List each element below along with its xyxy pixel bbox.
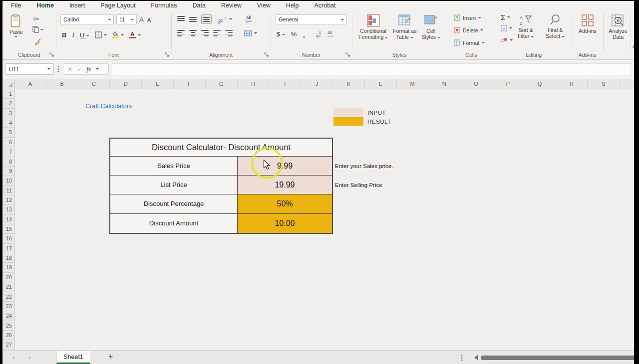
- paste-button[interactable]: Paste: [9, 14, 23, 37]
- cell-styles-button[interactable]: CellStyles: [421, 14, 440, 40]
- fill-color-button[interactable]: [112, 31, 124, 38]
- prev-sheet-icon[interactable]: ‹: [12, 354, 14, 361]
- column-header-G[interactable]: G: [206, 79, 238, 89]
- formula-bar-grip[interactable]: •••: [57, 65, 59, 73]
- comma-style-button[interactable]: ,: [303, 32, 305, 37]
- copy-button[interactable]: [32, 26, 43, 33]
- row-header-16[interactable]: 16: [2, 234, 14, 243]
- row-label-cell[interactable]: Discount Amount: [110, 214, 238, 233]
- row-label-cell[interactable]: Sales Price: [110, 157, 238, 175]
- menu-tab-help[interactable]: Help: [285, 1, 300, 11]
- formula-input[interactable]: [112, 63, 631, 75]
- row-header-17[interactable]: 17: [2, 244, 14, 253]
- column-header-J[interactable]: J: [301, 79, 333, 89]
- bold-button[interactable]: B: [62, 31, 66, 39]
- format-cells-button[interactable]: Format: [454, 39, 485, 46]
- scroll-left-icon[interactable]: [474, 355, 478, 360]
- row-header-1[interactable]: 1: [2, 89, 14, 99]
- underline-button[interactable]: U: [80, 31, 89, 39]
- row-header-7[interactable]: 7: [2, 147, 14, 157]
- analyze-data-button[interactable]: AnalyzeData: [606, 14, 630, 40]
- column-header-T[interactable]: T: [620, 79, 634, 89]
- column-header-E[interactable]: E: [142, 79, 174, 89]
- note-cell[interactable]: Enter your Sales price.: [335, 157, 393, 176]
- row-label-cell[interactable]: List Price: [110, 176, 238, 194]
- column-header-F[interactable]: F: [174, 79, 206, 89]
- merge-center-button[interactable]: [244, 30, 257, 36]
- align-right-button[interactable]: [201, 30, 209, 36]
- grow-font-button[interactable]: Aˆ: [139, 16, 145, 23]
- table-title[interactable]: Discount Calculator- Discount Amount: [110, 139, 332, 157]
- spreadsheet-grid[interactable]: Craft Calculators INPUTRESULT Discount C…: [14, 89, 634, 350]
- row-header-25[interactable]: 25: [2, 321, 14, 331]
- row-label-cell[interactable]: Discount Percentage: [110, 194, 238, 213]
- cut-button[interactable]: ✂: [33, 14, 39, 23]
- number-dialog-launcher[interactable]: [345, 52, 350, 57]
- row-value-cell-result[interactable]: 50%: [238, 194, 332, 213]
- column-header-N[interactable]: N: [428, 79, 460, 89]
- next-sheet-icon[interactable]: ›: [28, 354, 30, 361]
- row-header-14[interactable]: 14: [2, 215, 14, 224]
- column-header-Q[interactable]: Q: [524, 79, 556, 89]
- row-header-24[interactable]: 24: [2, 311, 14, 321]
- row-header-2[interactable]: 2: [2, 99, 14, 108]
- row-header-19[interactable]: 19: [2, 263, 14, 272]
- autosum-button[interactable]: Σ: [501, 13, 510, 21]
- note-cell[interactable]: Enter Selling Price: [335, 176, 393, 194]
- menu-tab-formulas[interactable]: Formulas: [150, 1, 178, 11]
- menu-tab-insert[interactable]: Insert: [68, 1, 86, 11]
- row-header-22[interactable]: 22: [2, 292, 14, 302]
- column-header-I[interactable]: I: [269, 79, 301, 89]
- column-header-C[interactable]: C: [78, 79, 110, 89]
- column-header-R[interactable]: R: [556, 79, 588, 89]
- row-header-21[interactable]: 21: [2, 282, 14, 292]
- cancel-icon[interactable]: ✕: [67, 66, 72, 73]
- italic-button[interactable]: I: [72, 31, 74, 39]
- sort-filter-button[interactable]: A Z Sort &Filter: [518, 14, 534, 39]
- increase-decimal-button[interactable]: ←0.00: [315, 31, 321, 38]
- row-header-12[interactable]: 12: [2, 195, 14, 205]
- name-box[interactable]: U11: [5, 63, 54, 75]
- row-header-4[interactable]: 4: [2, 118, 14, 128]
- row-header-15[interactable]: 15: [2, 224, 14, 234]
- menu-tab-data[interactable]: Data: [191, 1, 206, 11]
- align-left-button[interactable]: [177, 30, 185, 36]
- menu-tab-file[interactable]: File: [10, 1, 22, 11]
- column-header-B[interactable]: B: [46, 79, 78, 89]
- row-header-13[interactable]: 13: [2, 205, 14, 214]
- legend-label[interactable]: RESULT: [367, 119, 391, 125]
- increase-indent-button[interactable]: [225, 30, 233, 36]
- menu-tab-view[interactable]: View: [256, 1, 272, 11]
- enter-icon[interactable]: ✓: [77, 66, 82, 73]
- new-sheet-button[interactable]: +: [108, 352, 113, 361]
- row-header-9[interactable]: 9: [2, 167, 14, 176]
- column-header-M[interactable]: M: [397, 79, 429, 89]
- row-header-26[interactable]: 26: [2, 331, 14, 340]
- row-header-27[interactable]: 27: [2, 340, 14, 350]
- font-size-select[interactable]: 11: [116, 14, 137, 24]
- menu-tab-review[interactable]: Review: [220, 1, 243, 11]
- column-header-H[interactable]: H: [238, 79, 270, 89]
- font-name-select[interactable]: Calibri: [60, 14, 114, 24]
- wrap-text-button[interactable]: ab c↩: [246, 15, 252, 23]
- row-header-10[interactable]: 10: [2, 176, 14, 185]
- alignment-dialog-launcher[interactable]: [264, 52, 269, 57]
- row-header-8[interactable]: 8: [2, 157, 14, 167]
- fill-button[interactable]: [501, 25, 512, 31]
- delete-cells-button[interactable]: Delete: [454, 27, 483, 33]
- conditional-formatting-button[interactable]: ConditionalFormatting: [358, 14, 388, 40]
- craft-calculators-link[interactable]: Craft Calculators: [85, 103, 132, 110]
- menu-tab-acrobat[interactable]: Acrobat: [313, 1, 336, 11]
- column-header-L[interactable]: L: [365, 79, 397, 89]
- align-center-button[interactable]: [189, 30, 197, 36]
- borders-button[interactable]: [95, 31, 107, 38]
- align-middle-button[interactable]: [189, 16, 197, 22]
- clear-button[interactable]: [501, 37, 513, 43]
- align-bottom-button[interactable]: [201, 14, 212, 24]
- note-cell[interactable]: [335, 214, 393, 233]
- select-all-corner[interactable]: [2, 79, 14, 89]
- shrink-font-button[interactable]: Aˇ: [147, 16, 152, 23]
- font-dialog-launcher[interactable]: [165, 52, 170, 57]
- find-select-button[interactable]: Find &Select: [546, 14, 565, 39]
- row-header-18[interactable]: 18: [2, 253, 14, 263]
